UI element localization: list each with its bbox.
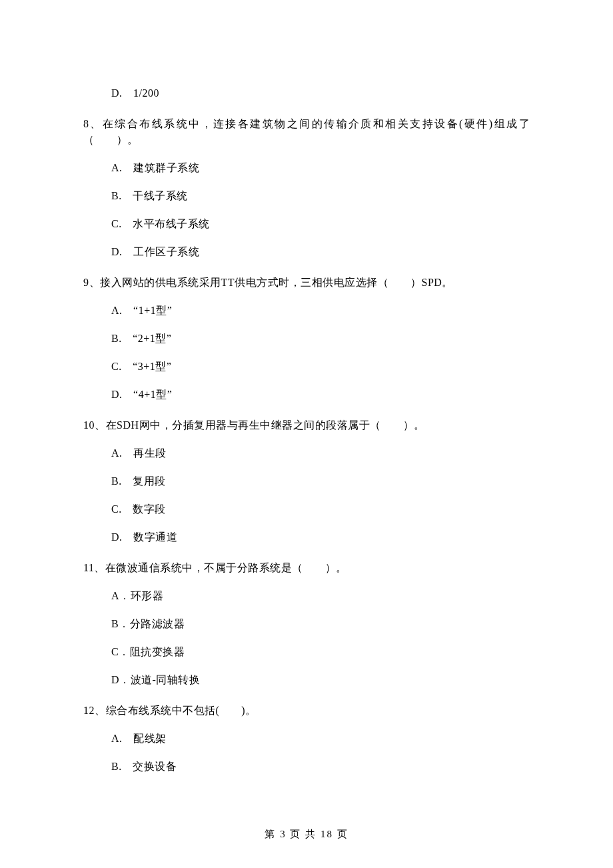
page-container: D. 1/200 8、在综合布线系统中，连接各建筑物之间的传输介质和相关支持设备…: [0, 0, 613, 868]
question-9-option-a: A. “1+1型”: [83, 303, 530, 319]
question-9-option-d: D. “4+1型”: [83, 387, 530, 403]
question-8-option-b: B. 干线子系统: [83, 188, 530, 204]
page-footer: 第 3 页 共 18 页: [0, 827, 613, 842]
question-8-option-c: C. 水平布线子系统: [83, 216, 530, 232]
question-10-option-a: A. 再生段: [83, 445, 530, 461]
question-12-option-a: A. 配线架: [83, 731, 530, 747]
question-11-stem: 11、在微波通信系统中，不属于分路系统是（ ）。: [83, 560, 530, 576]
question-11-option-c: C．阻抗变换器: [83, 644, 530, 660]
question-11-option-d: D．波道-同轴转换: [83, 672, 530, 688]
question-8-option-d: D. 工作区子系统: [83, 244, 530, 260]
question-12-option-b: B. 交换设备: [83, 759, 530, 775]
question-10-option-d: D. 数字通道: [83, 529, 530, 545]
question-9-option-b: B. “2+1型”: [83, 331, 530, 347]
question-8-option-a: A. 建筑群子系统: [83, 160, 530, 176]
question-11-option-b: B．分路滤波器: [83, 616, 530, 632]
question-10-option-c: C. 数字段: [83, 501, 530, 517]
question-10-stem: 10、在SDH网中，分插复用器与再生中继器之间的段落属于（ ）。: [83, 417, 530, 433]
question-11-option-a: A．环形器: [83, 588, 530, 604]
orphan-option-d: D. 1/200: [83, 85, 530, 101]
question-9-option-c: C. “3+1型”: [83, 359, 530, 375]
question-8-stem: 8、在综合布线系统中，连接各建筑物之间的传输介质和相关支持设备(硬件)组成了（ …: [83, 116, 530, 148]
question-12-stem: 12、综合布线系统中不包括( )。: [83, 703, 530, 719]
question-9-stem: 9、接入网站的供电系统采用TT供电方式时，三相供电应选择（ ）SPD。: [83, 275, 530, 291]
question-10-option-b: B. 复用段: [83, 473, 530, 489]
